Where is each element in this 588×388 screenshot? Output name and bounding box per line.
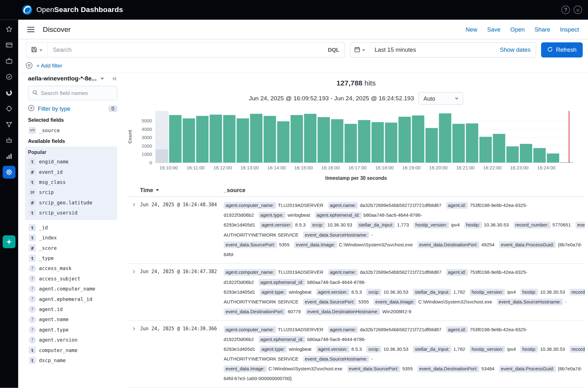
expand-row-icon[interactable]: [127, 325, 140, 331]
histogram-bar[interactable]: [385, 123, 397, 163]
field-value: 1,782: [453, 290, 465, 295]
show-dates-button[interactable]: Show dates: [495, 47, 536, 54]
nav-item-card[interactable]: [3, 38, 15, 51]
nav-item-sparkle[interactable]: [3, 235, 15, 248]
field-item-srcip_geo.latitude[interactable]: #srcip_geo.latitude: [28, 197, 114, 208]
histogram-bar[interactable]: [520, 144, 532, 163]
histogram-bar[interactable]: [304, 114, 316, 163]
nav-item-robot[interactable]: [3, 134, 15, 147]
index-pattern-select[interactable]: aella-wineventlog-*-8e...: [28, 75, 105, 82]
feedback-icon[interactable]: [573, 6, 582, 14]
field-item-engid_name[interactable]: tengid_name: [28, 157, 114, 167]
add-filter-button[interactable]: + Add filter: [36, 62, 62, 68]
field-item-computer_name[interactable]: tcomputer_name: [28, 345, 117, 355]
field-search-input[interactable]: [41, 90, 113, 96]
collapse-fields-panel-icon[interactable]: [111, 76, 117, 82]
header-action-save[interactable]: Save: [483, 24, 504, 35]
string-field-icon: t: [29, 357, 36, 364]
help-icon[interactable]: ?: [562, 6, 570, 14]
histogram-bar[interactable]: [250, 114, 262, 163]
nav-item-star[interactable]: [3, 23, 15, 36]
histogram-bar[interactable]: [426, 128, 438, 163]
field-item-agent.name[interactable]: ?agent.name: [28, 315, 117, 325]
header-action-new[interactable]: New: [462, 24, 481, 35]
field-value: da32b72689e54bb582721f721df68d87: [360, 327, 442, 332]
histogram-bar[interactable]: [156, 149, 168, 162]
query-language-button[interactable]: DQL: [322, 47, 344, 53]
nav-item-donut-chart[interactable]: [3, 86, 15, 99]
nav-item-workflow[interactable]: [3, 118, 15, 131]
field-item-_index[interactable]: t_index: [28, 233, 117, 243]
histogram-bar[interactable]: [358, 120, 370, 163]
time-column-header[interactable]: Time: [140, 187, 153, 193]
field-key: event_data.DestinationPort:: [417, 241, 479, 248]
calendar-icon: [354, 46, 360, 54]
histogram-bar[interactable]: [493, 134, 505, 162]
header-action-share[interactable]: Share: [531, 24, 554, 35]
field-key: record_number:: [570, 289, 585, 296]
histogram-bar[interactable]: [169, 115, 181, 163]
header-action-open[interactable]: Open: [507, 24, 528, 35]
field-item-access_subject[interactable]: ?access_subject: [28, 273, 117, 284]
histogram-bar[interactable]: [398, 117, 411, 163]
field-item-msg_class[interactable]: tmsg_class: [28, 177, 114, 187]
header-action-inspect[interactable]: Inspect: [556, 24, 583, 35]
nav-item-bar-chart[interactable]: [3, 150, 15, 163]
field-item-agent.id[interactable]: ?agent.id: [28, 304, 117, 314]
expand-row-icon[interactable]: [127, 267, 140, 274]
opensearch-logo[interactable]: OpenSearch Dashboards: [22, 4, 123, 15]
histogram-bar[interactable]: [210, 115, 222, 162]
field-item-_source[interactable]: </>_source: [28, 125, 117, 135]
field-item-_score[interactable]: #_score: [28, 243, 117, 253]
string-field-icon: t: [29, 255, 36, 262]
expand-row-icon[interactable]: [127, 201, 140, 207]
sort-descending-icon[interactable]: [156, 189, 159, 191]
nav-item-gear[interactable]: [3, 166, 15, 179]
field-item-event_id[interactable]: #event_id: [28, 167, 114, 177]
interval-select[interactable]: Auto: [419, 92, 463, 105]
histogram-bar[interactable]: [183, 118, 195, 162]
time-range-value[interactable]: Last 15 minutes: [369, 47, 495, 54]
histogram-bar[interactable]: [466, 123, 478, 163]
nav-item-seal-check[interactable]: [3, 70, 15, 83]
menu-icon[interactable]: [26, 25, 36, 33]
field-item-agent.version[interactable]: ?agent.version: [28, 335, 117, 345]
histogram-bar[interactable]: [237, 118, 249, 162]
histogram-bar[interactable]: [344, 124, 357, 163]
histogram-bar[interactable]: [479, 137, 492, 163]
filter-by-type-button[interactable]: Filter by type: [38, 106, 70, 112]
histogram-bar[interactable]: [452, 124, 465, 163]
field-item-_type[interactable]: t_type: [28, 253, 117, 263]
refresh-button[interactable]: Refresh: [541, 42, 583, 57]
field-item-srcip[interactable]: IPsrcip: [28, 187, 114, 197]
histogram-bar[interactable]: [547, 154, 559, 163]
histogram-bar[interactable]: [372, 122, 384, 163]
nav-item-briefcase[interactable]: [3, 55, 15, 68]
histogram-bar[interactable]: [331, 119, 343, 163]
histogram-bar[interactable]: [291, 115, 303, 163]
field-value: da32b72689e54bb582721f721df68d87: [360, 203, 442, 208]
histogram-bar[interactable]: [412, 115, 424, 163]
histogram-bar[interactable]: [318, 117, 330, 162]
search-input[interactable]: [48, 43, 322, 57]
histogram-bar[interactable]: [196, 116, 209, 162]
field-item-agent.ephemeral_id[interactable]: ?agent.ephemeral_id: [28, 294, 117, 304]
field-item-access_mask[interactable]: ?access_mask: [28, 263, 117, 273]
field-item-agent.type[interactable]: ?agent.type: [28, 325, 117, 335]
field-item-_id[interactable]: t_id: [28, 222, 117, 232]
nav-item-crosshair[interactable]: [3, 102, 15, 115]
histogram-bar[interactable]: [439, 113, 451, 162]
saved-query-button[interactable]: [26, 42, 48, 57]
query-bar: DQL Last 15 minutes Show dates: [18, 39, 588, 61]
histogram-bar[interactable]: [277, 121, 289, 163]
filter-icon[interactable]: [26, 62, 33, 69]
histogram-bar[interactable]: [223, 115, 235, 163]
field-item-srcip_usersid[interactable]: tsrcip_usersid: [28, 208, 114, 218]
histogram-bar[interactable]: [506, 146, 519, 163]
calendar-button[interactable]: [350, 43, 369, 57]
histogram-bar[interactable]: [264, 116, 276, 162]
histogram-bar[interactable]: [533, 148, 546, 162]
histogram-panel: 01000200030004000500016:10:0016:11:0016:…: [127, 109, 585, 174]
field-item-dscp_name[interactable]: tdscp_name: [28, 355, 117, 365]
field-item-agent.computer_name[interactable]: ?agent.computer_name: [28, 284, 117, 294]
